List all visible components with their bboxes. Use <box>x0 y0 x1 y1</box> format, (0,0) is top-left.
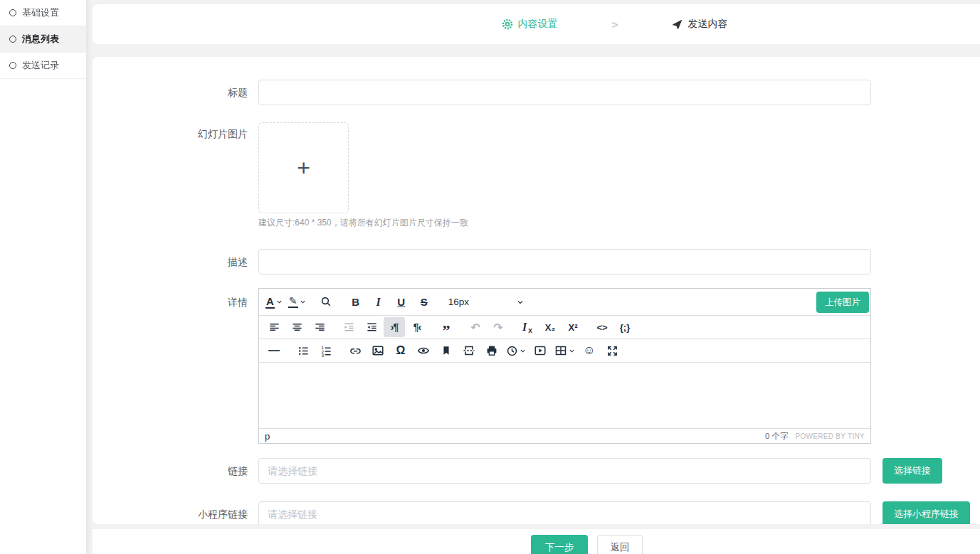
detail-row: 详情 A ✎ <box>93 288 980 444</box>
preview-button[interactable] <box>413 341 434 361</box>
subscript-button[interactable]: X₂ <box>539 317 561 337</box>
choose-link-button[interactable]: 选择链接 <box>882 458 942 484</box>
blockquote-icon: ” <box>443 328 451 334</box>
undo-button[interactable]: ↶ <box>465 317 486 337</box>
outdent-icon <box>343 321 355 334</box>
numbered-list-button[interactable]: 123 <box>315 341 337 361</box>
image-upload-box[interactable]: + <box>258 122 349 213</box>
circle-radio-icon <box>9 62 16 69</box>
editor-content-area[interactable] <box>259 363 870 428</box>
ltr-button[interactable]: ›¶ <box>384 317 405 337</box>
clear-formatting-icon: I <box>522 321 527 333</box>
blockquote-button[interactable]: ” <box>436 317 457 337</box>
step-label: 发送内容 <box>687 18 727 31</box>
strikethrough-button[interactable]: S <box>413 292 435 312</box>
insert-image-button[interactable] <box>367 341 389 361</box>
code-sample-button[interactable]: {;} <box>614 317 636 337</box>
bold-button[interactable]: B <box>345 292 367 312</box>
pagebreak-icon <box>463 344 475 357</box>
horizontal-rule-button[interactable]: — <box>263 341 285 361</box>
align-center-button[interactable] <box>286 317 307 337</box>
sidebar-item-label: 消息列表 <box>22 33 59 46</box>
paper-plane-icon <box>672 19 683 30</box>
anchor-button[interactable] <box>436 341 457 361</box>
choose-miniprogram-link-button[interactable]: 选择小程序链接 <box>882 501 970 524</box>
code-sample-icon: {;} <box>620 323 630 332</box>
align-right-button[interactable] <box>309 317 330 337</box>
description-label: 描述 <box>93 249 258 275</box>
sidebar: 基础设置 消息列表 发送记录 <box>0 0 86 554</box>
miniprogram-link-input[interactable] <box>258 501 871 524</box>
indent-button[interactable] <box>361 317 382 337</box>
element-path[interactable]: p <box>265 431 270 442</box>
back-button[interactable]: 返回 <box>597 535 643 554</box>
tiny-branding[interactable]: POWERED BY TINY <box>796 432 865 440</box>
svg-text:3: 3 <box>321 353 324 356</box>
clear-formatting-sub: x <box>528 326 532 334</box>
fullscreen-button[interactable] <box>601 341 623 361</box>
superscript-button[interactable]: X² <box>562 317 584 337</box>
link-input[interactable] <box>258 458 871 484</box>
preview-icon <box>417 344 430 357</box>
page-break-button[interactable] <box>458 341 480 361</box>
wizard-stepper: 内容设置 > 发送内容 <box>502 18 728 31</box>
bold-icon: B <box>352 297 359 307</box>
editor-status-bar: p 0 个字 POWERED BY TINY <box>259 428 870 443</box>
insert-link-button[interactable] <box>344 341 366 361</box>
table-icon <box>554 344 567 357</box>
insert-table-button[interactable] <box>552 341 577 361</box>
bullet-list-icon <box>297 345 310 357</box>
ltr-icon: ›¶ <box>391 321 398 333</box>
outdent-button[interactable] <box>338 317 359 337</box>
rich-text-editor: A ✎ B <box>258 288 871 444</box>
description-input[interactable] <box>258 249 871 275</box>
rtl-icon: ¶‹ <box>413 321 421 333</box>
insert-datetime-button[interactable] <box>504 341 528 361</box>
font-size-value: 16px <box>448 297 469 307</box>
align-right-icon <box>314 321 326 334</box>
footer-bar: 下一步 返回 <box>93 529 980 554</box>
sidebar-item-label: 发送记录 <box>22 59 59 72</box>
sidebar-item-label: 基础设置 <box>22 6 59 19</box>
sidebar-item-message-list[interactable]: 消息列表 <box>0 26 86 53</box>
insert-media-button[interactable] <box>529 341 551 361</box>
numbered-list-icon: 123 <box>320 345 332 357</box>
circle-radio-icon <box>9 9 16 16</box>
subscript-icon: X₂ <box>545 323 555 332</box>
sidebar-item-send-records[interactable]: 发送记录 <box>0 53 86 79</box>
code-button[interactable]: <> <box>591 317 613 337</box>
text-color-icon: A <box>265 296 275 309</box>
italic-icon: I <box>376 297 381 308</box>
redo-button[interactable]: ↷ <box>488 317 509 337</box>
clear-formatting-button[interactable]: Ix <box>517 317 538 337</box>
stepper-card: 内容设置 > 发送内容 <box>93 4 980 44</box>
word-count: 0 个字 <box>765 431 789 442</box>
special-char-button[interactable]: Ω <box>390 341 411 361</box>
bullet-list-button[interactable] <box>293 341 314 361</box>
background-color-button[interactable]: ✎ <box>286 292 308 312</box>
next-step-button[interactable]: 下一步 <box>531 535 588 554</box>
emoticons-button[interactable]: ☺ <box>579 341 600 361</box>
detail-label: 详情 <box>93 288 258 309</box>
font-size-select[interactable]: 16px <box>443 292 529 312</box>
plus-icon: + <box>297 156 310 179</box>
slides-label: 幻灯片图片 <box>93 122 258 141</box>
align-left-icon <box>268 321 280 334</box>
upload-image-button[interactable]: 上传图片 <box>816 292 869 313</box>
search-icon <box>320 296 332 308</box>
align-left-button[interactable] <box>263 317 285 337</box>
editor-toolbar-row2: ›¶ ¶‹ ” ↶ ↷ <box>259 316 870 339</box>
editor-toolbar-row1: A ✎ B <box>259 289 870 316</box>
rtl-button[interactable]: ¶‹ <box>406 317 428 337</box>
search-replace-button[interactable] <box>316 292 337 312</box>
italic-button[interactable]: I <box>368 292 389 312</box>
title-input[interactable] <box>258 80 871 105</box>
strikethrough-icon: S <box>421 297 428 307</box>
bookmark-icon <box>441 345 452 356</box>
gear-icon <box>502 18 513 30</box>
background-color-icon: ✎ <box>288 296 298 308</box>
text-color-button[interactable]: A <box>263 292 285 312</box>
print-button[interactable] <box>481 341 502 361</box>
sidebar-item-basic-settings[interactable]: 基础设置 <box>0 0 86 26</box>
underline-button[interactable]: U <box>391 292 412 312</box>
